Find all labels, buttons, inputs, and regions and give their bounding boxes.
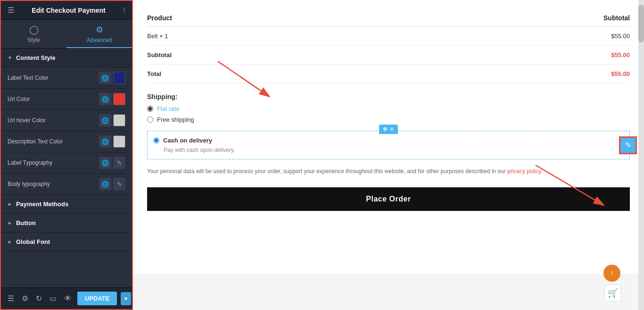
setting-url-hover-color: Url hover Color 🌐 [1,110,132,131]
section-payment-methods-arrow: ► [8,201,12,207]
body-typography-label: Body typography [8,181,50,187]
privacy-link[interactable]: privacy policy [507,168,541,175]
menu-icon[interactable]: ☰ [8,6,14,15]
cart-icon: 🛒 [608,288,618,298]
update-arrow-button[interactable]: ▾ [121,292,131,305]
label-text-color-label: Label Text Color [8,75,49,81]
panel-bottom-bar: ☰ ⚙ ↻ ▭ 👁 UPDATE ▾ [1,287,132,309]
panel-header: ☰ Edit Checkout Payment ⁝ [1,1,132,20]
section-content-style-title: Content Style [16,54,56,61]
right-content: Product Subtotal Belt × 1 $55.00 Subtota… [133,0,644,310]
cart-notification-circle[interactable]: ↑ [603,265,620,282]
body-typography-controls: 🌐 ✎ [99,178,125,190]
section-global-font-title: Global Font [16,238,50,245]
header-left-icons: ☰ [8,6,14,15]
payment-section: ✥ ✕ Cash on delivery Pay with cash upon … [147,131,630,159]
section-payment-methods-title: Payment Methods [16,201,68,208]
body-typography-pencil[interactable]: ✎ [113,178,125,190]
widget-move-icon[interactable]: ✥ [383,126,388,133]
widget-controls: ✥ ✕ [379,125,398,134]
tabs-row: ◯ Style ⚙ Advanced [1,20,132,49]
section-content-style[interactable]: ▼ Content Style [1,49,132,67]
setting-url-color: Url Color 🌐 [1,89,132,110]
label-text-color-swatch[interactable] [113,72,125,84]
cart-notification-icon: ↑ [610,269,614,277]
responsive-icon[interactable]: ▭ [48,292,58,305]
cod-radio[interactable] [153,137,159,143]
section-button[interactable]: ► Button [1,214,132,233]
cart-icon-button[interactable]: 🛒 [604,285,621,302]
body-typography-globe[interactable]: 🌐 [99,178,111,190]
settings-icon[interactable]: ⚙ [20,292,30,305]
flat-rate-radio[interactable] [147,106,153,112]
privacy-text-end: . [541,168,542,175]
subtotal-value-cell: $55.00 [381,46,630,65]
label-text-color-controls: 🌐 [99,72,125,84]
section-button-title: Button [16,219,36,226]
privacy-text-before: Your personal data will be used to proce… [147,168,507,175]
url-hover-color-controls: 🌐 [99,114,125,126]
label-typography-globe[interactable]: 🌐 [99,157,111,169]
privacy-text: Your personal data will be used to proce… [147,167,630,176]
label-typography-pencil[interactable]: ✎ [113,157,125,169]
product-cell: Belt × 1 [147,27,381,46]
setting-description-text-color: Description Text Color 🌐 [1,131,132,152]
header-right-icons: ⁝ [123,6,125,15]
left-panel: ☰ Edit Checkout Payment ⁝ ◯ Style ⚙ Adva… [0,0,133,310]
shipping-option-flat: Flat rate [147,105,630,112]
shipping-option-free: Free shipping [147,116,630,123]
tab-advanced-label: Advanced [87,37,112,43]
advanced-tab-icon: ⚙ [96,25,103,35]
history-icon[interactable]: ↻ [34,292,44,305]
panel-title: Edit Checkout Payment [32,7,105,14]
description-text-color-controls: 🌐 [99,135,125,148]
url-hover-color-globe[interactable]: 🌐 [99,114,111,126]
subtotal-col-header: Subtotal [381,9,630,27]
layers-icon[interactable]: ☰ [6,292,16,305]
section-button-arrow: ► [8,220,12,226]
flat-rate-label: Flat rate [157,105,180,112]
tab-advanced[interactable]: ⚙ Advanced [66,20,132,48]
url-hover-color-label: Url hover Color [8,117,46,124]
url-color-swatch[interactable] [113,93,125,105]
tab-style[interactable]: ◯ Style [1,20,66,48]
payment-option-cod: Cash on delivery [153,137,624,144]
product-col-header: Product [147,9,381,27]
subtotal-row: Subtotal $55.00 [147,46,630,65]
description-text-color-swatch[interactable] [113,135,125,148]
shipping-section: Shipping: Flat rate Free shipping [147,93,630,123]
scrollbar[interactable] [638,0,644,310]
grid-icon[interactable]: ⁝ [123,6,125,15]
free-shipping-label: Free shipping [157,116,194,123]
cod-label: Cash on delivery [163,137,212,144]
order-table: Product Subtotal Belt × 1 $55.00 Subtota… [147,9,630,84]
checkout-area: Product Subtotal Belt × 1 $55.00 Subtota… [133,0,644,274]
tab-style-label: Style [27,37,40,43]
description-text-color-globe[interactable]: 🌐 [99,135,111,148]
eye-icon[interactable]: 👁 [62,293,74,305]
url-color-controls: 🌐 [99,93,125,105]
subtotal-cell: $55.00 [381,27,630,46]
section-payment-methods[interactable]: ► Payment Methods [1,195,132,214]
url-color-globe[interactable]: 🌐 [99,93,111,105]
edit-pencil-button[interactable]: ✎ [619,136,637,154]
free-shipping-radio[interactable] [147,117,153,123]
total-value-cell: $55.00 [381,65,630,84]
widget-close-icon[interactable]: ✕ [389,126,394,133]
description-text-color-label: Description Text Color [8,138,63,145]
url-hover-color-swatch[interactable] [113,114,125,126]
scrollbar-thumb [638,5,644,42]
total-label-cell: Total [147,65,381,84]
update-button[interactable]: UPDATE [77,292,117,305]
label-typography-controls: 🌐 ✎ [99,157,125,169]
label-text-color-globe[interactable]: 🌐 [99,72,111,84]
section-global-font[interactable]: ► Global Font [1,233,132,251]
shipping-title: Shipping: [147,93,630,101]
place-order-button[interactable]: Place Order [147,187,630,211]
table-row: Belt × 1 $55.00 [147,27,630,46]
setting-body-typography: Body typography 🌐 ✎ [1,174,132,195]
style-tab-icon: ◯ [29,25,39,35]
section-content-style-arrow: ▼ [8,55,12,60]
section-global-font-arrow: ► [8,239,12,244]
total-row: Total $55.00 [147,65,630,84]
